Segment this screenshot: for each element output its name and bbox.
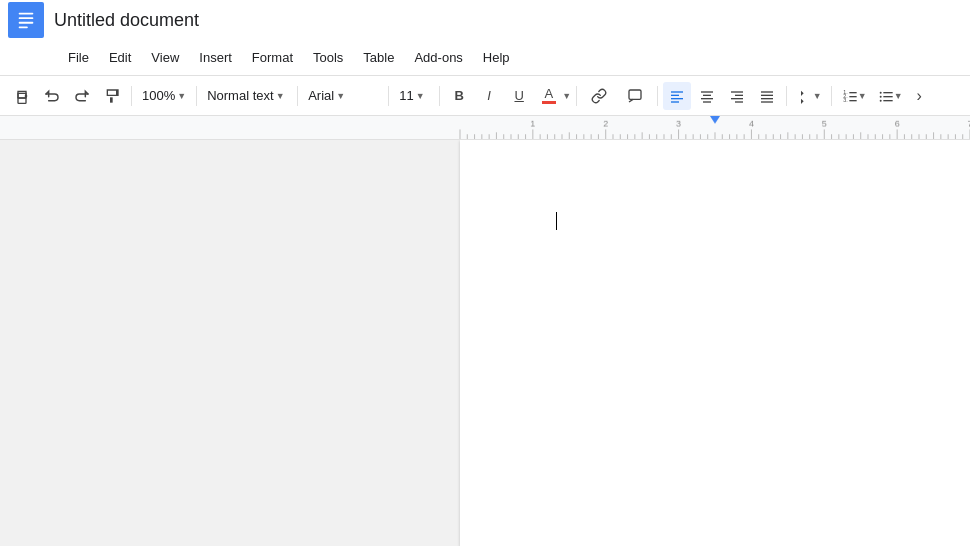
svg-rect-19	[735, 94, 743, 95]
svg-rect-22	[761, 91, 773, 92]
svg-rect-3	[19, 26, 28, 28]
svg-point-34	[879, 99, 881, 101]
svg-rect-13	[671, 101, 679, 102]
comment-icon	[627, 88, 643, 104]
font-size-value: 11	[399, 88, 413, 103]
paint-format-button[interactable]	[98, 82, 126, 110]
svg-rect-15	[703, 94, 711, 95]
document-area	[0, 140, 970, 546]
svg-rect-4	[18, 98, 26, 103]
text-color-button[interactable]: A ▼	[535, 82, 571, 110]
numbered-list-button[interactable]: 1. 2. 3. ▼	[837, 82, 871, 110]
print-icon	[14, 88, 30, 104]
svg-rect-23	[761, 94, 773, 95]
svg-rect-2	[19, 22, 34, 24]
bold-button[interactable]: B	[445, 82, 473, 110]
text-color-arrow-icon: ▼	[562, 91, 571, 101]
menu-addons[interactable]: Add-ons	[406, 46, 470, 69]
menu-edit[interactable]: Edit	[101, 46, 139, 69]
separator-1	[131, 86, 132, 106]
undo-button[interactable]	[38, 82, 66, 110]
left-margin	[0, 140, 460, 546]
link-icon	[591, 88, 607, 104]
svg-rect-10	[671, 91, 683, 92]
comment-button[interactable]	[618, 82, 652, 110]
text-cursor	[556, 212, 557, 230]
redo-icon	[74, 88, 90, 104]
menu-file[interactable]: File	[60, 46, 97, 69]
svg-rect-14	[701, 91, 713, 92]
app-logo	[8, 2, 44, 38]
align-left-icon	[669, 88, 685, 104]
font-select[interactable]: Arial ▼	[303, 82, 383, 110]
menu-insert[interactable]: Insert	[191, 46, 240, 69]
svg-text:3.: 3.	[843, 97, 847, 103]
separator-9	[831, 86, 832, 106]
undo-icon	[44, 88, 60, 104]
document-page[interactable]	[460, 140, 970, 546]
redo-button[interactable]	[68, 82, 96, 110]
title-bar: Untitled document	[0, 0, 970, 40]
toolbar: 100% ▼ Normal text ▼ Arial ▼ 11 ▼ B I U …	[0, 76, 970, 116]
bulleted-list-button[interactable]: ▼	[873, 82, 907, 110]
menu-format[interactable]: Format	[244, 46, 301, 69]
ruler	[0, 116, 970, 140]
justify-icon	[759, 88, 775, 104]
separator-2	[196, 86, 197, 106]
link-button[interactable]	[582, 82, 616, 110]
align-center-icon	[699, 88, 715, 104]
align-center-button[interactable]	[693, 82, 721, 110]
paint-format-icon	[104, 88, 120, 104]
bulleted-list-arrow-icon: ▼	[894, 91, 903, 101]
svg-rect-17	[703, 101, 711, 102]
zoom-arrow-icon: ▼	[177, 91, 186, 101]
separator-6	[576, 86, 577, 106]
svg-point-6	[25, 95, 26, 96]
svg-rect-18	[731, 91, 743, 92]
italic-button[interactable]: I	[475, 82, 503, 110]
more-options-button[interactable]: ›	[909, 82, 929, 110]
separator-8	[786, 86, 787, 106]
svg-rect-20	[731, 98, 743, 99]
separator-4	[388, 86, 389, 106]
menu-help[interactable]: Help	[475, 46, 518, 69]
svg-rect-8	[629, 90, 641, 99]
separator-3	[297, 86, 298, 106]
line-spacing-icon	[797, 88, 813, 104]
svg-rect-0	[19, 13, 34, 15]
svg-point-33	[879, 95, 881, 97]
separator-7	[657, 86, 658, 106]
menu-table[interactable]: Table	[355, 46, 402, 69]
align-right-button[interactable]	[723, 82, 751, 110]
underline-icon: U	[514, 88, 523, 103]
italic-icon: I	[487, 88, 491, 103]
menu-tools[interactable]: Tools	[305, 46, 351, 69]
style-select[interactable]: Normal text ▼	[202, 82, 292, 110]
font-arrow-icon: ▼	[336, 91, 345, 101]
line-spacing-button[interactable]: ▼	[792, 82, 826, 110]
svg-rect-7	[110, 97, 113, 102]
justify-button[interactable]	[753, 82, 781, 110]
zoom-value: 100%	[142, 88, 175, 103]
text-color-icon: A	[535, 82, 562, 110]
bulleted-list-icon	[878, 88, 894, 104]
print-button[interactable]	[8, 82, 36, 110]
svg-rect-12	[671, 98, 683, 99]
font-value: Arial	[308, 88, 334, 103]
svg-rect-24	[761, 98, 773, 99]
numbered-list-icon: 1. 2. 3.	[842, 88, 858, 104]
separator-5	[439, 86, 440, 106]
zoom-select[interactable]: 100% ▼	[137, 82, 191, 110]
font-size-select[interactable]: 11 ▼	[394, 82, 434, 110]
svg-rect-16	[701, 98, 713, 99]
svg-rect-21	[735, 101, 743, 102]
menu-view[interactable]: View	[143, 46, 187, 69]
numbered-list-arrow-icon: ▼	[858, 91, 867, 101]
svg-rect-11	[671, 94, 679, 95]
align-left-button[interactable]	[663, 82, 691, 110]
doc-title[interactable]: Untitled document	[54, 10, 199, 31]
underline-button[interactable]: U	[505, 82, 533, 110]
style-arrow-icon: ▼	[276, 91, 285, 101]
align-right-icon	[729, 88, 745, 104]
style-value: Normal text	[207, 88, 273, 103]
